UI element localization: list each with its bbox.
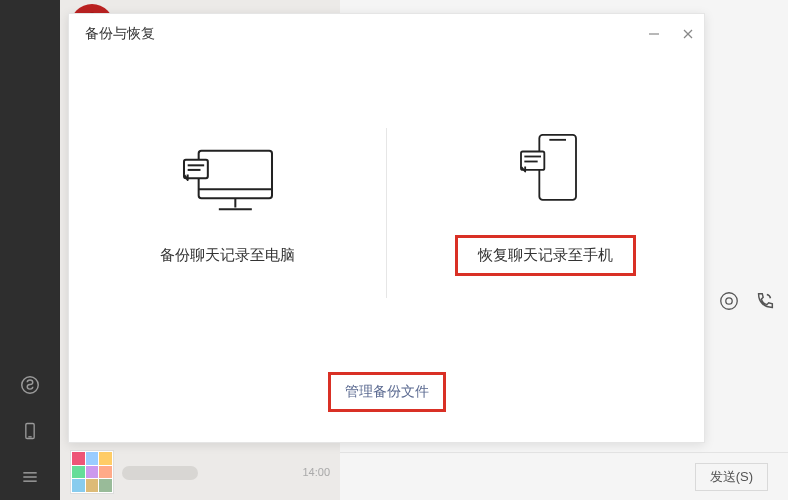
modal-title: 备份与恢复 [85, 25, 155, 43]
monitor-icon [173, 142, 283, 218]
chat-actions [718, 290, 776, 312]
chat-time: 14:00 [302, 466, 330, 478]
options-row: 备份聊天记录至电脑 恢复聊天记录至手机 [69, 54, 704, 372]
avatar [70, 450, 114, 494]
chat-name [122, 464, 198, 480]
close-button[interactable] [680, 26, 696, 42]
restore-label: 恢复聊天记录至手机 [455, 235, 636, 276]
chat-list-item[interactable]: 14:00 [60, 444, 340, 500]
modal-body: 备份聊天记录至电脑 恢复聊天记录至手机 [69, 54, 704, 442]
phone-icon[interactable] [19, 420, 41, 442]
menu-icon[interactable] [19, 466, 41, 488]
svg-rect-12 [198, 150, 271, 198]
svg-point-8 [726, 298, 732, 304]
chat-input-bar: 发送(S) [340, 452, 788, 500]
backup-label: 备份聊天记录至电脑 [160, 246, 295, 265]
record-icon[interactable] [718, 290, 740, 312]
minimize-button[interactable] [646, 26, 662, 42]
left-rail [0, 0, 60, 500]
manage-backup-link[interactable]: 管理备份文件 [328, 372, 446, 412]
send-button[interactable]: 发送(S) [695, 463, 768, 491]
svg-point-7 [721, 293, 738, 310]
manage-row: 管理备份文件 [69, 372, 704, 442]
backup-to-pc-option[interactable]: 备份聊天记录至电脑 [69, 132, 386, 295]
miniprogram-icon[interactable] [19, 374, 41, 396]
modal-header: 备份与恢复 [69, 14, 704, 54]
phone-restore-icon [491, 131, 601, 207]
backup-restore-modal: 备份与恢复 [68, 13, 705, 443]
restore-to-phone-option[interactable]: 恢复聊天记录至手机 [387, 121, 704, 306]
app-root: 21/11/17 14:00 之前忘了谁分… [0, 0, 788, 500]
call-icon[interactable] [754, 290, 776, 312]
